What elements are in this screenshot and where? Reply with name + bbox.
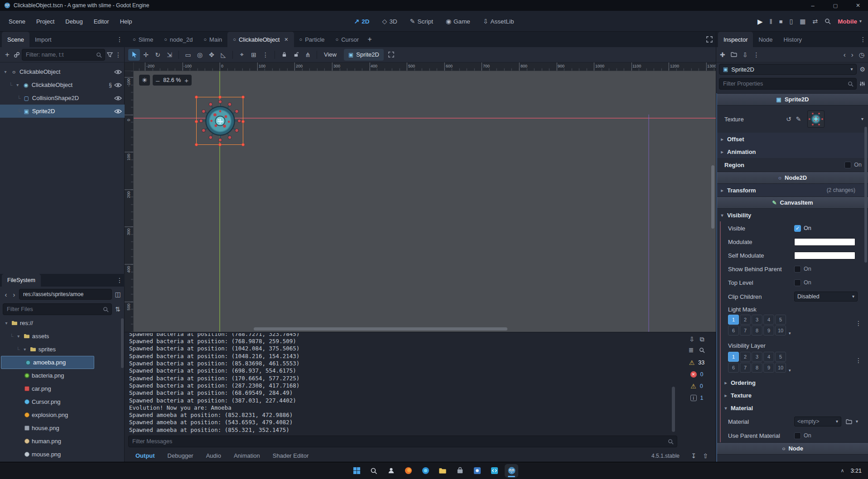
pause-button[interactable]: ‖ bbox=[769, 18, 772, 25]
category-node[interactable]: ○Node bbox=[717, 442, 868, 455]
layer-cell[interactable]: 2 bbox=[740, 315, 751, 325]
layer-expand-icon[interactable]: ▾ bbox=[789, 331, 791, 335]
distraction-free-icon[interactable] bbox=[703, 36, 716, 43]
lock-button[interactable] bbox=[278, 49, 290, 61]
inspector-menu-icon[interactable]: ⋮ bbox=[858, 36, 868, 43]
menu-scene[interactable]: Scene bbox=[4, 18, 30, 25]
group-visibility[interactable]: ▾Visibility bbox=[717, 209, 868, 221]
nav-back-icon[interactable]: ‹ bbox=[3, 291, 9, 298]
taskbar-app-icon[interactable] bbox=[487, 464, 501, 478]
info-count-badge[interactable]: i 1 bbox=[681, 395, 713, 401]
tab-animation[interactable]: Animation bbox=[228, 452, 265, 459]
resize-handle[interactable] bbox=[218, 143, 222, 146]
pivot-tool-button[interactable]: ◎ bbox=[194, 49, 206, 61]
group-ordering[interactable]: ▸Ordering bbox=[721, 376, 868, 389]
collapse-arrow-icon[interactable]: ▾ bbox=[3, 69, 8, 74]
fs-row[interactable]: └ ▾ assets bbox=[0, 330, 125, 343]
layer-cell[interactable]: 5 bbox=[775, 352, 786, 362]
taskbar-firefox-icon[interactable] bbox=[401, 464, 415, 478]
layer-cell[interactable]: 4 bbox=[763, 315, 774, 325]
group-animation[interactable]: ▸Animation bbox=[717, 145, 868, 158]
scene-tab-node2d[interactable]: ○node_2d bbox=[159, 32, 198, 47]
history-list-icon[interactable]: ◷ bbox=[859, 52, 864, 58]
texture-dropdown-icon[interactable]: ▾ bbox=[861, 117, 863, 121]
tab-node[interactable]: Node bbox=[753, 32, 778, 47]
renderer-sync-icon[interactable]: ⇄ bbox=[812, 18, 818, 24]
maximize-button[interactable]: ▢ bbox=[825, 0, 845, 11]
layer-cell[interactable]: 5 bbox=[775, 315, 786, 325]
snap-indicator-icon[interactable]: ✳ bbox=[139, 75, 150, 86]
ruler-tool-button[interactable]: ◺ bbox=[217, 49, 229, 61]
layer-cell[interactable]: 8 bbox=[752, 363, 762, 373]
position-gizmo[interactable] bbox=[220, 119, 221, 124]
fs-row-selected[interactable]: amoeba.png bbox=[1, 356, 94, 369]
nav-forward-icon[interactable]: › bbox=[11, 291, 17, 298]
canvas-hscrollbar[interactable] bbox=[254, 327, 507, 331]
clip-children-dropdown[interactable]: Disabled▾ bbox=[794, 292, 858, 302]
new-resource-icon[interactable]: ✚ bbox=[720, 52, 725, 58]
rotate-tool-button[interactable]: ↻ bbox=[152, 49, 164, 61]
visibility-eye-icon[interactable] bbox=[114, 96, 122, 101]
filesystem-menu-icon[interactable]: ⋮ bbox=[115, 277, 125, 283]
object-selector[interactable]: ▣ Sprite2D ▾ bbox=[719, 64, 857, 75]
scene-filter-input[interactable] bbox=[22, 49, 105, 61]
property-tools-icon[interactable] bbox=[859, 81, 865, 86]
save-log-icon[interactable]: ⇩ bbox=[689, 336, 694, 342]
file-filter-input[interactable] bbox=[3, 303, 112, 315]
inspector-scrollbar[interactable] bbox=[864, 127, 867, 263]
tab-import[interactable]: Import bbox=[29, 32, 57, 47]
message-filter-input[interactable] bbox=[128, 436, 677, 447]
layer-cell[interactable]: 7 bbox=[740, 363, 751, 373]
history-back-icon[interactable]: ‹ bbox=[844, 51, 846, 58]
taskbar-explorer-icon[interactable] bbox=[436, 464, 449, 478]
viewport-canvas[interactable]: -200 -100 0 100 200 300 400 500 600 700 … bbox=[125, 62, 716, 332]
layer-cell[interactable]: 1 bbox=[728, 315, 739, 325]
layer-menu-icon[interactable]: ⋮ bbox=[855, 357, 862, 364]
visibility-eye-icon[interactable] bbox=[114, 109, 122, 114]
material-load-icon[interactable] bbox=[846, 419, 852, 424]
menu-help[interactable]: Help bbox=[115, 18, 137, 25]
expand-panel-icon[interactable]: ⇧ bbox=[700, 453, 710, 459]
tab-history[interactable]: History bbox=[778, 32, 807, 47]
material-options-icon[interactable]: ▾ bbox=[856, 419, 858, 424]
fs-row[interactable]: ▾ res:// bbox=[0, 316, 125, 330]
scene-tab-particle[interactable]: ○Particle bbox=[294, 32, 330, 47]
collapse-arrow-icon[interactable]: ▾ bbox=[15, 82, 20, 87]
sort-files-icon[interactable]: ⇅ bbox=[114, 306, 122, 312]
layer-cell[interactable]: 10 bbox=[775, 326, 786, 335]
close-tab-icon[interactable]: ✕ bbox=[284, 37, 288, 42]
skeleton-options-icon[interactable]: ⋔ bbox=[302, 49, 313, 61]
visibility-eye-icon[interactable] bbox=[114, 69, 122, 75]
scene-tab-cursor[interactable]: ○Cursor bbox=[330, 32, 365, 47]
top-level-checkbox[interactable] bbox=[794, 279, 801, 286]
layer-expand-icon[interactable]: ▾ bbox=[789, 369, 791, 373]
remote-debug-icon[interactable]: ▯ bbox=[790, 18, 793, 24]
tree-row[interactable]: ▾ ○ ClickableObject bbox=[0, 65, 125, 78]
menu-editor[interactable]: Editor bbox=[89, 18, 114, 25]
output-scrollbar[interactable] bbox=[672, 387, 675, 432]
tab-3d[interactable]: ◇3D bbox=[380, 18, 400, 25]
fs-row[interactable]: └ ▾ sprites bbox=[0, 343, 125, 356]
layer-menu-icon[interactable]: ⋮ bbox=[855, 320, 862, 326]
search-log-icon[interactable] bbox=[699, 347, 705, 353]
tab-inspector[interactable]: Inspector bbox=[718, 32, 753, 47]
instance-scene-button[interactable] bbox=[14, 52, 20, 58]
group-offset[interactable]: ▸Offset bbox=[717, 133, 868, 145]
fs-row[interactable]: explosion.png bbox=[0, 408, 125, 422]
show-behind-parent-checkbox[interactable] bbox=[794, 266, 801, 273]
collapse-arrow-icon[interactable]: ▾ bbox=[4, 321, 9, 326]
group-material[interactable]: ▾Material bbox=[721, 402, 868, 414]
menu-project[interactable]: Project bbox=[31, 18, 59, 25]
texture-thumbnail[interactable] bbox=[807, 110, 825, 128]
scale-tool-button[interactable]: ⇲ bbox=[164, 49, 175, 61]
taskbar-browser-icon[interactable] bbox=[419, 464, 432, 478]
scene-tab-slime[interactable]: ○Slime bbox=[127, 32, 159, 47]
category-node2d[interactable]: ○Node2D bbox=[717, 172, 868, 184]
region-checkbox[interactable] bbox=[844, 162, 851, 168]
layer-cell[interactable]: 9 bbox=[763, 326, 774, 335]
layer-cell[interactable]: 1 bbox=[728, 352, 739, 362]
renderer-selector[interactable]: Mobile▾ bbox=[838, 18, 862, 25]
attached-script-icon[interactable]: § bbox=[109, 82, 112, 88]
pin-panel-icon[interactable]: ↧ bbox=[689, 453, 699, 459]
copy-log-icon[interactable]: ⧉ bbox=[700, 336, 704, 342]
